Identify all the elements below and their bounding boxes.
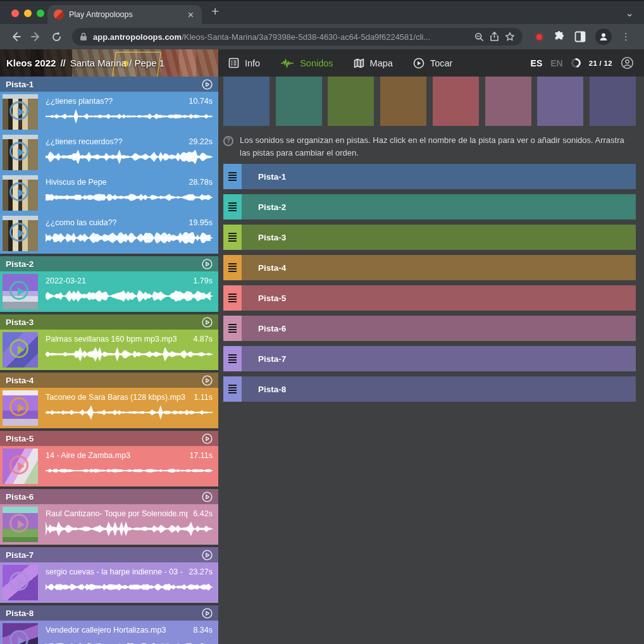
track-play-button[interactable] [202,550,213,560]
waveform [46,230,213,246]
project-banner: Kleos 2022//Santa Marina / Pepe 1 [0,49,218,77]
sound-item[interactable]: Hiviscus de Pepe28.78s [0,173,218,213]
lang-es-button[interactable]: ES [531,58,543,68]
track-section: Pista-22022-03-211.79s [0,256,218,312]
zoom-window-button[interactable] [37,9,44,17]
url-text: app.antropoloops.com/Kleos-Santa-Marina/… [93,32,430,42]
drag-handle[interactable] [223,376,242,402]
sound-item[interactable]: Raul Cantizano- Toque por Solenoide.mp36… [0,504,218,545]
sound-title: Taconeo de Sara Baras (128 kbps).mp3 [46,393,185,402]
track-play-button[interactable] [202,608,213,619]
sound-duration: 19.95s [189,218,213,227]
sound-item[interactable]: 2022-03-211.79s [0,271,218,312]
track-play-button[interactable] [202,433,213,444]
drag-handle[interactable] [223,285,242,311]
drag-handle[interactable] [223,255,242,280]
drag-handle[interactable] [223,164,242,189]
tab-close-icon[interactable]: ✕ [186,10,195,20]
drag-handle[interactable] [223,346,242,371]
track-row[interactable]: Pista-5 [223,285,636,311]
track-header[interactable]: Pista-2 [0,256,218,271]
play-triangle-icon [18,287,25,296]
track-section: Pista-3Palmas sevillanas 160 bpm mp3.mp3… [0,314,218,370]
track-play-button[interactable] [202,492,213,502]
track-color-swatch[interactable] [223,77,269,126]
sidebar: Pista-1¿¿tienes plantas??10.74s¿¿tienes … [0,77,218,644]
track-sound-list: Raul Cantizano- Toque por Solenoide.mp36… [0,504,218,545]
sound-title: Vendedor callejero Hortalizas.mp3 [46,626,166,635]
tab-overflow-chevron-icon[interactable]: ⌄ [626,7,634,19]
record-extension-icon[interactable] [535,33,543,41]
track-row[interactable]: Pista-7 [223,346,636,371]
page-title: Santa Marina / Pepe 1 [70,58,164,68]
sound-title: ¿¿tienes plantas?? [46,97,113,106]
minimize-window-button[interactable] [24,9,32,17]
track-play-button[interactable] [202,317,213,328]
share-icon[interactable] [490,32,499,42]
sound-item[interactable]: sergio cuevas - la harpe indienne - 03 -… [0,562,218,603]
track-row[interactable]: Pista-1 [223,164,636,189]
tab-info[interactable]: Info [228,58,260,68]
bookmark-star-icon[interactable] [505,32,515,42]
drag-handle[interactable] [223,316,242,341]
sound-item[interactable]: Taconeo de Sara Baras (128 kbps).mp31.11… [0,388,218,428]
drag-handle[interactable] [223,194,242,220]
track-header[interactable]: Pista-8 [0,605,218,621]
tab-sonidos[interactable]: Sonidos [280,58,333,68]
browser-tab[interactable]: Play Antropoloops ✕ [47,5,202,24]
track-color-swatch[interactable] [380,77,426,126]
tab-tocar[interactable]: Tocar [413,58,452,69]
track-color-swatch[interactable] [433,77,479,126]
sound-thumbnail [3,135,38,170]
track-row[interactable]: Pista-8 [223,376,636,402]
track-header[interactable]: Pista-4 [0,373,218,388]
browser-toolbar: app.antropoloops.com/Kleos-Santa-Marina/… [0,24,644,49]
help-text: Los sonidos se organizan en pistas. Haz … [240,134,633,159]
browser-menu-kebab-icon[interactable]: ⋮ [621,31,631,42]
new-tab-button[interactable]: + [211,4,219,19]
track-color-swatch[interactable] [328,77,374,126]
track-play-button[interactable] [202,79,213,90]
tab-mapa[interactable]: Mapa [354,58,393,68]
track-row[interactable]: Pista-6 [223,316,636,341]
drag-handle[interactable] [223,225,242,250]
track-row[interactable]: Pista-4 [223,255,636,280]
extensions-puzzle-icon[interactable] [553,31,565,43]
track-play-button[interactable] [202,375,213,386]
lang-en-button[interactable]: EN [550,58,562,68]
track-header[interactable]: Pista-6 [0,489,218,504]
track-header[interactable]: Pista-5 [0,431,218,446]
track-color-swatch[interactable] [590,77,636,126]
sound-item[interactable]: Palmas sevillanas 160 bpm mp3.mp34.87s [0,330,218,370]
track-play-button[interactable] [202,259,213,269]
sound-item[interactable]: ¿¿tienes recuerdos??29.22s [0,132,218,173]
back-icon[interactable] [8,28,24,45]
account-icon[interactable] [621,56,634,70]
sound-item[interactable]: ¿¿tienes plantas??10.74s [0,92,218,132]
sound-thumbnail [3,216,38,251]
close-window-button[interactable] [11,9,19,17]
forward-icon[interactable] [28,28,44,45]
side-panel-icon[interactable] [574,31,586,42]
track-row[interactable]: Pista-2 [223,194,636,220]
track-header[interactable]: Pista-3 [0,314,218,330]
browser-profile-avatar[interactable] [595,28,612,45]
track-color-swatch[interactable] [537,77,583,126]
sound-item[interactable]: ¿¿como las cuida??19.95s [0,213,218,254]
app-nav: Info Sonidos Mapa Tocar ES EN 21 / 12 [218,49,644,77]
sound-thumbnail [3,94,38,130]
track-color-swatch[interactable] [485,77,531,126]
sound-item[interactable]: Vendedor callejero Hortalizas.mp38.34s [0,621,218,644]
sound-item[interactable]: 14 - Aire de Zamba.mp317.11s [0,446,218,486]
waveform [46,637,213,644]
lock-icon [80,32,87,41]
drag-handle-icon [228,385,237,393]
play-triangle-icon [18,636,25,644]
track-row[interactable]: Pista-3 [223,225,636,250]
reload-icon[interactable] [48,28,65,45]
track-header[interactable]: Pista-1 [0,77,218,92]
track-color-swatch[interactable] [276,77,322,126]
track-header[interactable]: Pista-7 [0,547,218,562]
url-bar[interactable]: app.antropoloops.com/Kleos-Santa-Marina/… [72,28,523,46]
zoom-level-icon[interactable] [474,32,484,42]
